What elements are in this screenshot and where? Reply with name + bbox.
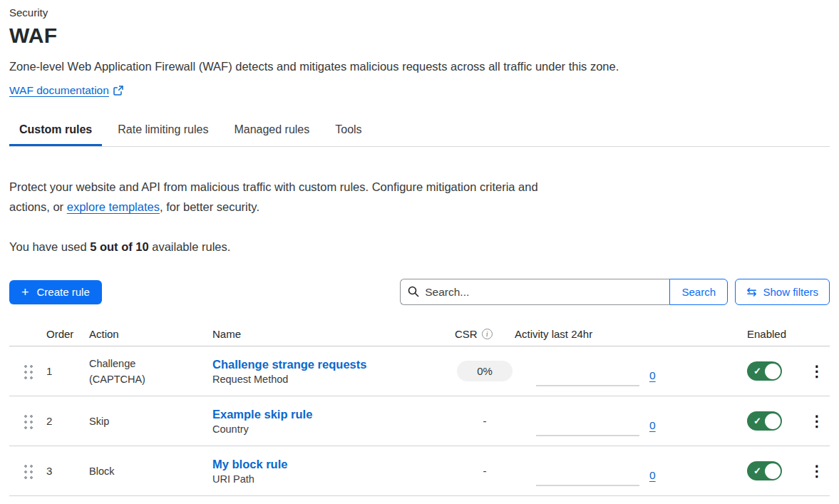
rule-order: 3 [46,465,89,477]
menu-cell: ⋮ [804,462,830,480]
external-link-icon [113,86,123,96]
search-icon [408,286,419,297]
enabled-cell: ✓ [747,361,804,381]
custom-rules-table: Order Action Name CSR i Activity last 24… [9,322,830,496]
table-row: 2 Skip Example skip rule Country - 0 ✓ ⋮ [9,396,830,446]
enabled-cell: ✓ [747,461,804,480]
activity-sparkline [536,485,639,486]
tab-tools[interactable]: Tools [325,116,371,146]
csr-dash: - [483,465,487,477]
rules-usage-line: You have used 5 out of 10 available rule… [9,240,830,254]
rule-field: Request Method [212,374,455,385]
activity-count-link[interactable]: 0 [649,369,656,382]
col-action: Action [89,328,212,340]
table-header-row: Order Action Name CSR i Activity last 24… [9,322,830,346]
csr-dash: - [483,415,487,427]
rule-name-link[interactable]: Challenge strange requests [212,358,366,371]
col-order: Order [46,328,89,340]
rule-name-cell: My block rule URI Path [212,458,455,485]
csr-badge: 0% [457,361,513,381]
menu-cell: ⋮ [804,362,830,380]
enabled-toggle[interactable]: ✓ [747,461,782,480]
kebab-menu-icon[interactable]: ⋮ [805,362,829,380]
check-icon: ✓ [753,416,761,426]
table-row: 3 Block My block rule URI Path - 0 ✓ ⋮ [9,446,830,496]
rule-name-cell: Challenge strange requests Request Metho… [212,358,455,385]
show-filters-button[interactable]: ⇆ Show filters [735,279,830,305]
search-group: Search [400,279,728,305]
rule-field: URI Path [212,473,455,485]
search-input[interactable] [400,279,669,305]
check-icon: ✓ [753,466,761,476]
handle-cell [9,463,46,479]
activity-sparkline [536,385,639,386]
rule-field: Country [212,423,455,435]
activity-count-link[interactable]: 0 [649,419,656,432]
drag-handle-icon[interactable] [22,413,33,429]
tab-custom-rules[interactable]: Custom rules [9,116,102,146]
menu-cell: ⋮ [804,412,830,430]
csr-cell: - [455,415,515,427]
rule-order: 2 [46,415,89,427]
toolbar-right: Search ⇆ Show filters [400,279,830,305]
rule-action: Skip [89,413,162,429]
rule-action: Challenge (CAPTCHA) [89,356,162,387]
toggle-knob [765,413,781,429]
rule-action: Block [89,463,162,479]
tab-managed-rules[interactable]: Managed rules [224,116,319,146]
waf-page: Security WAF Zone-level Web Application … [0,0,839,496]
activity-cell: 0 [515,446,747,495]
search-box [400,279,669,305]
csr-header-label: CSR [455,328,478,340]
kebab-menu-icon[interactable]: ⋮ [805,412,829,430]
check-icon: ✓ [753,366,761,376]
waf-tabbar: Custom rules Rate limiting rules Managed… [9,116,830,147]
csr-cell: 0% [455,361,515,381]
custom-rules-intro: Protect your website and API from malici… [9,177,540,217]
col-name: Name [212,328,455,340]
create-rule-button[interactable]: + Create rule [9,280,102,304]
toggle-knob [765,463,781,479]
activity-count-link[interactable]: 0 [649,469,656,482]
handle-cell [9,413,46,429]
rule-name-link[interactable]: Example skip rule [212,408,312,421]
activity-cell: 0 [515,396,747,446]
usage-suffix: available rules. [149,240,231,253]
waf-documentation-link[interactable]: WAF documentation [9,84,109,97]
page-description: Zone-level Web Application Firewall (WAF… [9,60,830,73]
search-button[interactable]: Search [669,279,728,305]
tab-rate-limiting-rules[interactable]: Rate limiting rules [108,116,218,146]
col-enabled: Enabled [747,328,804,340]
plus-icon: + [21,286,29,299]
kebab-menu-icon[interactable]: ⋮ [805,462,829,480]
drag-handle-icon[interactable] [22,363,33,379]
swap-arrows-icon: ⇆ [746,286,756,298]
intro-text-after: , for better security. [160,200,259,213]
info-icon[interactable]: i [482,329,493,339]
explore-templates-link[interactable]: explore templates [67,200,160,213]
activity-sparkline [536,435,639,436]
drag-handle-icon[interactable] [22,463,33,479]
breadcrumb: Security [9,0,830,19]
table-row: 1 Challenge (CAPTCHA) Challenge strange … [9,346,830,396]
rule-name-cell: Example skip rule Country [212,408,455,435]
rule-name-link[interactable]: My block rule [212,458,287,471]
enabled-toggle[interactable]: ✓ [747,361,782,381]
handle-cell [9,363,46,379]
csr-cell: - [455,465,515,477]
show-filters-label: Show filters [763,286,818,298]
rules-toolbar: + Create rule Search ⇆ Show filters [9,279,830,305]
rule-order: 1 [46,365,89,377]
toggle-knob [765,364,781,379]
usage-prefix: You have used [9,240,90,253]
col-csr: CSR i [455,328,515,340]
activity-cell: 0 [515,346,747,396]
create-rule-label: Create rule [37,286,90,298]
page-title: WAF [9,24,830,48]
doc-link-row: WAF documentation [9,84,830,97]
enabled-cell: ✓ [747,411,804,431]
usage-count: 5 out of 10 [90,240,149,253]
col-activity: Activity last 24hr [515,328,747,340]
enabled-toggle[interactable]: ✓ [747,411,782,431]
